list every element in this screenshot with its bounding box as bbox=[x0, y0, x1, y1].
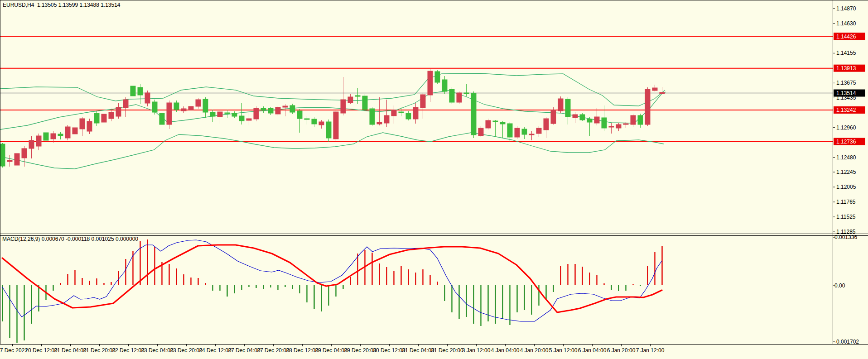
candle-body bbox=[254, 108, 259, 119]
candle-body bbox=[138, 87, 143, 95]
candle-body bbox=[587, 119, 592, 122]
level-price-label: 1.13913 bbox=[836, 65, 856, 72]
candle-body bbox=[326, 122, 331, 138]
candle-body bbox=[319, 122, 324, 125]
time-tick-label[interactable]: 21 Dec 20:00 bbox=[83, 347, 116, 354]
candle-body bbox=[362, 96, 367, 110]
candle-body bbox=[420, 95, 425, 108]
level-price-label: 1.14426 bbox=[836, 34, 856, 40]
price-tick-label[interactable]: 1.12005 bbox=[836, 184, 856, 190]
time-tick-label[interactable]: 4 Jan 20:00 bbox=[520, 347, 549, 354]
candle-body bbox=[471, 93, 476, 135]
candle-body bbox=[500, 122, 505, 124]
candle-body bbox=[304, 119, 309, 120]
candle-body bbox=[174, 103, 179, 110]
time-tick-label[interactable]: 31 Dec 20:00 bbox=[431, 347, 463, 354]
time-tick-label[interactable]: 7 Jan 12:00 bbox=[636, 347, 665, 354]
candle-body bbox=[72, 128, 77, 134]
candle-body bbox=[399, 112, 404, 113]
candle-body bbox=[283, 106, 288, 107]
time-tick-label[interactable]: 23 Dec 20:00 bbox=[170, 347, 203, 354]
candle-body bbox=[355, 96, 360, 96]
candle-body bbox=[333, 112, 338, 139]
price-tick-label[interactable]: 1.14870 bbox=[836, 5, 856, 12]
candle-body bbox=[36, 136, 41, 146]
trading-chart-window: EURUSD,H4 1.13505 1.13599 1.13488 1.1351… bbox=[0, 0, 868, 359]
candle-body bbox=[457, 93, 462, 102]
time-tick-label[interactable]: 24 Dec 12:00 bbox=[199, 347, 231, 354]
candle-body bbox=[486, 120, 491, 128]
candle-body bbox=[167, 103, 172, 124]
candle-body bbox=[435, 72, 440, 82]
time-tick-label[interactable]: 6 Jan 04:00 bbox=[578, 347, 607, 354]
time-tick-label[interactable]: 21 Dec 04:00 bbox=[54, 347, 87, 354]
price-tick-label[interactable]: 1.12480 bbox=[836, 154, 856, 161]
candle-body bbox=[515, 128, 520, 137]
candle-body bbox=[529, 134, 534, 135]
candle-body bbox=[602, 118, 607, 128]
time-tick-label[interactable]: 28 Dec 12:00 bbox=[286, 347, 318, 354]
time-tick-label[interactable]: 4 Jan 04:00 bbox=[491, 347, 520, 354]
candle-body bbox=[196, 100, 201, 106]
price-tick-label[interactable]: 1.11765 bbox=[836, 199, 856, 205]
time-tick-label[interactable]: 20 Dec 12:00 bbox=[25, 347, 58, 354]
price-tick-label[interactable]: 1.12960 bbox=[836, 124, 856, 131]
candle-body bbox=[94, 113, 99, 123]
candle-body bbox=[0, 144, 5, 166]
time-tick-label[interactable]: 3 Jan 12:00 bbox=[462, 347, 491, 354]
time-tick-label[interactable]: 6 Jan 20:00 bbox=[607, 347, 636, 354]
candle-body bbox=[645, 89, 650, 124]
time-tick-label[interactable]: 27 Dec 20:00 bbox=[257, 347, 289, 354]
candle-body bbox=[638, 115, 643, 124]
candle-body bbox=[261, 108, 266, 110]
macd-tick-label[interactable]: -0.001702 bbox=[834, 339, 859, 345]
candle-body bbox=[348, 97, 353, 103]
candle-body bbox=[631, 115, 636, 124]
candle-body bbox=[123, 100, 128, 108]
candle-body bbox=[377, 122, 382, 124]
candle-body bbox=[573, 115, 578, 118]
time-tick-label[interactable]: 30 Dec 12:00 bbox=[373, 347, 405, 354]
candle-body bbox=[493, 121, 498, 122]
candle-body bbox=[65, 127, 70, 138]
time-tick-label[interactable]: 23 Dec 04:00 bbox=[141, 347, 174, 354]
candle-body bbox=[225, 113, 230, 114]
candle-body bbox=[478, 128, 483, 136]
candle-body bbox=[341, 100, 346, 113]
candle-body bbox=[413, 107, 418, 119]
price-tick-label[interactable]: 1.14630 bbox=[836, 20, 856, 27]
candle-body bbox=[544, 119, 549, 130]
time-tick-label[interactable]: 5 Jan 12:00 bbox=[549, 347, 578, 354]
price-tick-label[interactable]: 1.12245 bbox=[836, 169, 856, 175]
candle-body bbox=[43, 133, 48, 140]
candle-body bbox=[58, 134, 63, 136]
time-tick-label[interactable]: 29 Dec 20:00 bbox=[344, 347, 376, 354]
candle-body bbox=[14, 153, 19, 165]
candle-body bbox=[384, 115, 389, 123]
time-tick-label[interactable]: 17 Dec 2021 bbox=[0, 347, 28, 354]
candle-body bbox=[268, 108, 273, 113]
candle-body bbox=[203, 99, 208, 112]
candle-body bbox=[116, 107, 121, 116]
macd-name: MACD(12,26,9) bbox=[2, 236, 40, 242]
macd-values: 0.000670 -0.000118 0.001025 0.000000 bbox=[40, 236, 138, 242]
candle-body bbox=[22, 148, 27, 158]
macd-tick-label[interactable]: 0.00 bbox=[834, 282, 845, 289]
chart-background bbox=[0, 0, 868, 359]
current-price-label: 1.13514 bbox=[836, 90, 856, 96]
chart-canvas[interactable]: 1.148701.146301.141551.136751.134351.129… bbox=[0, 0, 868, 359]
price-tick-label[interactable]: 1.13675 bbox=[836, 80, 856, 86]
candle-body bbox=[507, 124, 512, 137]
candle-body bbox=[152, 102, 157, 112]
candle-body bbox=[616, 124, 621, 128]
candle-body bbox=[609, 126, 614, 127]
time-tick-label[interactable]: 22 Dec 12:00 bbox=[112, 347, 145, 354]
candle-body bbox=[101, 114, 106, 122]
candle-body bbox=[660, 92, 665, 94]
macd-tick-label[interactable]: 0.001336 bbox=[834, 234, 857, 240]
price-tick-label[interactable]: 1.11525 bbox=[836, 214, 856, 220]
time-tick-label[interactable]: 29 Dec 04:00 bbox=[315, 347, 347, 354]
time-tick-label[interactable]: 31 Dec 04:00 bbox=[402, 347, 434, 354]
price-tick-label[interactable]: 1.14155 bbox=[836, 50, 856, 56]
time-tick-label[interactable]: 27 Dec 04:00 bbox=[228, 347, 260, 354]
